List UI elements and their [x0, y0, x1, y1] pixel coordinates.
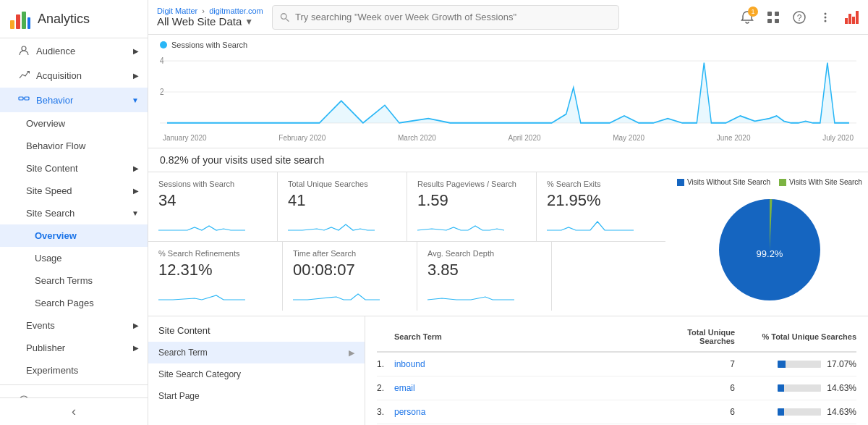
topbar-left: Digit Matter › digitmatter.com All Web S…	[157, 7, 263, 28]
panel-item-search-category[interactable]: Site Search Category	[148, 363, 365, 385]
site-selector[interactable]: All Web Site Data ▼	[157, 15, 263, 28]
sidebar-item-overview[interactable]: Overview	[0, 112, 148, 135]
term-link-2[interactable]: persona	[394, 407, 425, 417]
metric-label-1: Total Unique Searches	[288, 180, 396, 188]
row-searches-1: 6	[654, 383, 741, 393]
search-bar[interactable]	[272, 5, 619, 30]
svg-rect-2	[22, 12, 26, 29]
metrics-section: Sessions with Search 34 Total Unique Sea…	[148, 172, 665, 316]
sidebar-item-behavior[interactable]: Behavior ▼	[0, 88, 148, 112]
bar-wrap-0	[778, 361, 821, 368]
pie-chart-svg: 99.2%	[712, 192, 827, 308]
help-button[interactable]: ?	[791, 9, 807, 25]
svg-rect-6	[19, 97, 23, 100]
metric-value-4: 12.31%	[158, 261, 272, 279]
sparkline-1	[288, 214, 375, 232]
content-area: Sessions with Search 4 2 January 2020 Fe…	[148, 35, 868, 425]
lower-section: Site Content Search Term ▶ Site Search C…	[148, 316, 868, 425]
sidebar-label-search-pages: Search Pages	[35, 298, 94, 308]
sidebar-item-conversions[interactable]: Conversions ▶	[0, 388, 148, 397]
metric-label-0: Sessions with Search	[158, 180, 267, 188]
sidebar-item-events[interactable]: Events ▶	[0, 314, 148, 337]
bar-chart-button[interactable]	[843, 9, 859, 25]
table-row: 1. inbound 7 17.07%	[377, 353, 856, 376]
sidebar-item-ss-overview[interactable]: Overview	[0, 224, 148, 247]
panel-title: Site Content	[148, 325, 365, 342]
breadcrumb-site[interactable]: digitmatter.com	[209, 7, 263, 15]
sparkline-4	[158, 284, 245, 301]
sidebar-label-behavior: Behavior	[36, 95, 73, 106]
sidebar-item-search-pages[interactable]: Search Pages	[0, 292, 148, 314]
sidebar-header: Analytics	[0, 0, 148, 38]
chevron-icon: ▼	[132, 96, 139, 104]
sidebar-item-experiments[interactable]: Experiments	[0, 359, 148, 382]
topbar-right: 1 ?	[739, 9, 859, 25]
sidebar-item-search-terms[interactable]: Search Terms	[0, 269, 148, 292]
panel-item-search-term[interactable]: Search Term ▶	[148, 342, 365, 363]
sidebar-label-search-terms: Search Terms	[35, 275, 93, 286]
svg-rect-22	[767, 12, 772, 16]
sidebar-item-site-search[interactable]: Site Search ▼	[0, 202, 148, 224]
percent-banner: 0.82% of your visits used site search	[148, 148, 868, 172]
more-button[interactable]	[817, 9, 833, 25]
svg-line-21	[286, 18, 289, 21]
svg-text:4: 4	[160, 56, 164, 65]
metric-empty	[552, 242, 665, 311]
sidebar-collapse-button[interactable]: ‹	[0, 397, 148, 425]
svg-rect-1	[16, 14, 20, 29]
metric-unique-searches: Total Unique Searches 41	[278, 172, 407, 241]
axis-label-mar: March 2020	[398, 134, 436, 142]
sidebar-label-ss-overview: Overview	[35, 230, 77, 241]
pie-section: Visits Without Site Search Visits With S…	[665, 172, 868, 316]
svg-rect-7	[25, 97, 29, 100]
chart-area: Sessions with Search 4 2 January 2020 Fe…	[148, 35, 868, 148]
legend-box-with	[779, 179, 786, 186]
pct-label-1: 14.63%	[827, 383, 856, 393]
sidebar-item-usage[interactable]: Usage	[0, 247, 148, 269]
row-term-1: email	[394, 383, 654, 393]
analytics-logo	[9, 7, 32, 30]
sidebar-item-behavior-flow[interactable]: Behavior Flow	[0, 135, 148, 157]
sidebar-item-acquisition[interactable]: Acquisition ▶	[0, 63, 148, 88]
sparkline-5	[293, 284, 380, 301]
sidebar-label-site-speed: Site Speed	[26, 185, 72, 196]
bar-cell-1: 14.63%	[741, 383, 856, 393]
sidebar-item-audience[interactable]: Audience ▶	[0, 38, 148, 63]
behavior-icon	[17, 93, 30, 106]
axis-label-may: May 2020	[613, 134, 644, 142]
row-percent-1: 14.63%	[741, 383, 856, 393]
panel-item-start-page[interactable]: Start Page	[148, 385, 365, 407]
svg-point-20	[281, 13, 286, 19]
sidebar-label-site-search: Site Search	[26, 208, 75, 219]
term-link-0[interactable]: inbound	[394, 359, 425, 369]
sidebar-item-site-speed[interactable]: Site Speed ▶	[0, 180, 148, 202]
percent-text: 0.82% of your visits used site search	[160, 154, 324, 166]
chart-legend: Sessions with Search	[160, 41, 856, 49]
term-link-1[interactable]: email	[394, 383, 415, 393]
metric-value-5: 00:08:07	[293, 261, 407, 279]
chevron-icon: ▶	[133, 164, 139, 172]
axis-label-jul: July 2020	[822, 134, 854, 142]
metric-label-6: Avg. Search Depth	[427, 249, 541, 258]
svg-point-30	[825, 20, 827, 22]
col-header-searches: Total Unique Searches	[654, 328, 741, 345]
apps-button[interactable]	[765, 9, 781, 25]
metric-value-1: 41	[288, 191, 396, 210]
bar-chart-icon	[845, 11, 859, 24]
axis-label-feb: February 2020	[278, 134, 326, 142]
row-num-2: 3.	[377, 407, 394, 417]
metric-value-0: 34	[158, 191, 267, 210]
sidebar-item-publisher[interactable]: Publisher ▶	[0, 337, 148, 359]
search-input[interactable]	[295, 12, 611, 22]
axis-label-jan: January 2020	[163, 134, 207, 142]
bar-wrap-1	[778, 384, 821, 392]
svg-point-4	[22, 46, 26, 51]
sidebar: Analytics Audience ▶ Acquisition ▶ Behav…	[0, 0, 148, 425]
notification-button[interactable]: 1	[739, 9, 755, 25]
breadcrumb-company[interactable]: Digit Matter	[157, 7, 197, 15]
main-content: Digit Matter › digitmatter.com All Web S…	[148, 0, 868, 425]
search-icon	[280, 12, 289, 22]
svg-rect-25	[775, 19, 779, 23]
sidebar-item-site-content[interactable]: Site Content ▶	[0, 157, 148, 180]
help-icon: ?	[792, 10, 807, 25]
